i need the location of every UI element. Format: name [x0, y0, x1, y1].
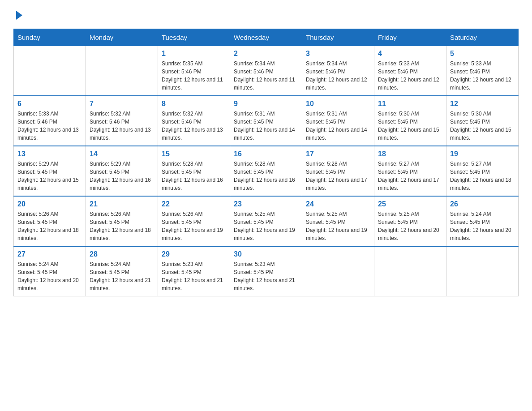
- calendar-cell: 12Sunrise: 5:30 AM Sunset: 5:45 PM Dayli…: [446, 96, 519, 146]
- day-number: 15: [162, 150, 226, 158]
- calendar-cell: 9Sunrise: 5:31 AM Sunset: 5:45 PM Daylig…: [230, 96, 302, 146]
- day-number: 27: [17, 250, 82, 258]
- day-info: Sunrise: 5:31 AM Sunset: 5:45 PM Dayligh…: [306, 110, 370, 142]
- day-number: 9: [234, 100, 298, 108]
- day-number: 26: [450, 200, 515, 208]
- logo: [13, 9, 22, 20]
- calendar-cell: 27Sunrise: 5:24 AM Sunset: 5:45 PM Dayli…: [14, 246, 86, 296]
- day-number: 29: [162, 250, 226, 258]
- calendar-cell: 23Sunrise: 5:25 AM Sunset: 5:45 PM Dayli…: [230, 196, 302, 246]
- calendar-cell: 10Sunrise: 5:31 AM Sunset: 5:45 PM Dayli…: [302, 96, 374, 146]
- day-info: Sunrise: 5:28 AM Sunset: 5:45 PM Dayligh…: [162, 160, 226, 192]
- day-number: 16: [234, 150, 298, 158]
- day-info: Sunrise: 5:31 AM Sunset: 5:45 PM Dayligh…: [234, 110, 298, 142]
- day-number: 20: [17, 200, 82, 208]
- day-info: Sunrise: 5:33 AM Sunset: 5:46 PM Dayligh…: [450, 60, 515, 92]
- calendar-cell: 14Sunrise: 5:29 AM Sunset: 5:45 PM Dayli…: [86, 146, 158, 196]
- calendar-cell: 1Sunrise: 5:35 AM Sunset: 5:46 PM Daylig…: [158, 46, 230, 96]
- day-info: Sunrise: 5:28 AM Sunset: 5:45 PM Dayligh…: [306, 160, 370, 192]
- day-info: Sunrise: 5:24 AM Sunset: 5:45 PM Dayligh…: [17, 260, 82, 292]
- day-number: 14: [90, 150, 154, 158]
- calendar-cell: 7Sunrise: 5:32 AM Sunset: 5:46 PM Daylig…: [86, 96, 158, 146]
- day-info: Sunrise: 5:27 AM Sunset: 5:45 PM Dayligh…: [378, 160, 442, 192]
- day-number: 7: [90, 100, 154, 108]
- day-info: Sunrise: 5:26 AM Sunset: 5:45 PM Dayligh…: [162, 210, 226, 242]
- header-thursday: Thursday: [302, 29, 374, 46]
- day-number: 6: [17, 100, 82, 108]
- header-tuesday: Tuesday: [158, 29, 230, 46]
- day-info: Sunrise: 5:26 AM Sunset: 5:45 PM Dayligh…: [90, 210, 154, 242]
- week-row-2: 6Sunrise: 5:33 AM Sunset: 5:46 PM Daylig…: [14, 96, 519, 146]
- calendar-cell: 29Sunrise: 5:23 AM Sunset: 5:45 PM Dayli…: [158, 246, 230, 296]
- calendar-cell: 22Sunrise: 5:26 AM Sunset: 5:45 PM Dayli…: [158, 196, 230, 246]
- day-info: Sunrise: 5:34 AM Sunset: 5:46 PM Dayligh…: [234, 60, 298, 92]
- calendar-cell: 30Sunrise: 5:23 AM Sunset: 5:45 PM Dayli…: [230, 246, 302, 296]
- day-number: 25: [378, 200, 442, 208]
- day-number: 28: [90, 250, 154, 258]
- day-number: 13: [17, 150, 82, 158]
- day-number: 19: [450, 150, 515, 158]
- day-number: 2: [234, 50, 298, 58]
- calendar-cell: 19Sunrise: 5:27 AM Sunset: 5:45 PM Dayli…: [446, 146, 519, 196]
- day-info: Sunrise: 5:30 AM Sunset: 5:45 PM Dayligh…: [450, 110, 515, 142]
- calendar-cell: 18Sunrise: 5:27 AM Sunset: 5:45 PM Dayli…: [374, 146, 446, 196]
- calendar-cell: 21Sunrise: 5:26 AM Sunset: 5:45 PM Dayli…: [86, 196, 158, 246]
- day-number: 18: [378, 150, 442, 158]
- calendar-cell: 20Sunrise: 5:26 AM Sunset: 5:45 PM Dayli…: [14, 196, 86, 246]
- day-info: Sunrise: 5:24 AM Sunset: 5:45 PM Dayligh…: [90, 260, 154, 292]
- calendar-cell: [86, 46, 158, 96]
- day-info: Sunrise: 5:23 AM Sunset: 5:45 PM Dayligh…: [234, 260, 298, 292]
- calendar-cell: 3Sunrise: 5:34 AM Sunset: 5:46 PM Daylig…: [302, 46, 374, 96]
- day-number: 12: [450, 100, 515, 108]
- header-monday: Monday: [86, 29, 158, 46]
- week-row-4: 20Sunrise: 5:26 AM Sunset: 5:45 PM Dayli…: [14, 196, 519, 246]
- logo-arrow-icon: [16, 11, 22, 20]
- calendar-cell: 2Sunrise: 5:34 AM Sunset: 5:46 PM Daylig…: [230, 46, 302, 96]
- calendar-cell: 4Sunrise: 5:33 AM Sunset: 5:46 PM Daylig…: [374, 46, 446, 96]
- day-info: Sunrise: 5:23 AM Sunset: 5:45 PM Dayligh…: [162, 260, 226, 292]
- week-row-1: 1Sunrise: 5:35 AM Sunset: 5:46 PM Daylig…: [14, 46, 519, 96]
- day-number: 4: [378, 50, 442, 58]
- header-wednesday: Wednesday: [230, 29, 302, 46]
- calendar-cell: 6Sunrise: 5:33 AM Sunset: 5:46 PM Daylig…: [14, 96, 86, 146]
- day-number: 21: [90, 200, 154, 208]
- calendar-cell: 25Sunrise: 5:25 AM Sunset: 5:45 PM Dayli…: [374, 196, 446, 246]
- day-info: Sunrise: 5:32 AM Sunset: 5:46 PM Dayligh…: [162, 110, 226, 142]
- calendar-cell: [14, 46, 86, 96]
- calendar-cell: 13Sunrise: 5:29 AM Sunset: 5:45 PM Dayli…: [14, 146, 86, 196]
- calendar-cell: 28Sunrise: 5:24 AM Sunset: 5:45 PM Dayli…: [86, 246, 158, 296]
- calendar-cell: 8Sunrise: 5:32 AM Sunset: 5:46 PM Daylig…: [158, 96, 230, 146]
- calendar-cell: [302, 246, 374, 296]
- day-info: Sunrise: 5:35 AM Sunset: 5:46 PM Dayligh…: [162, 60, 226, 92]
- calendar-cell: 26Sunrise: 5:24 AM Sunset: 5:45 PM Dayli…: [446, 196, 519, 246]
- day-info: Sunrise: 5:25 AM Sunset: 5:45 PM Dayligh…: [306, 210, 370, 242]
- calendar-header-row: Sunday Monday Tuesday Wednesday Thursday…: [14, 29, 519, 46]
- week-row-3: 13Sunrise: 5:29 AM Sunset: 5:45 PM Dayli…: [14, 146, 519, 196]
- calendar-cell: [446, 246, 519, 296]
- day-info: Sunrise: 5:29 AM Sunset: 5:45 PM Dayligh…: [90, 160, 154, 192]
- day-info: Sunrise: 5:24 AM Sunset: 5:45 PM Dayligh…: [450, 210, 515, 242]
- day-info: Sunrise: 5:25 AM Sunset: 5:45 PM Dayligh…: [378, 210, 442, 242]
- header-sunday: Sunday: [14, 29, 86, 46]
- day-info: Sunrise: 5:26 AM Sunset: 5:45 PM Dayligh…: [17, 210, 82, 242]
- day-number: 24: [306, 200, 370, 208]
- day-number: 23: [234, 200, 298, 208]
- calendar-table: Sunday Monday Tuesday Wednesday Thursday…: [13, 29, 519, 296]
- calendar-cell: 17Sunrise: 5:28 AM Sunset: 5:45 PM Dayli…: [302, 146, 374, 196]
- calendar-cell: 24Sunrise: 5:25 AM Sunset: 5:45 PM Dayli…: [302, 196, 374, 246]
- day-info: Sunrise: 5:28 AM Sunset: 5:45 PM Dayligh…: [234, 160, 298, 192]
- day-info: Sunrise: 5:34 AM Sunset: 5:46 PM Dayligh…: [306, 60, 370, 92]
- day-number: 3: [306, 50, 370, 58]
- day-info: Sunrise: 5:25 AM Sunset: 5:45 PM Dayligh…: [234, 210, 298, 242]
- day-info: Sunrise: 5:29 AM Sunset: 5:45 PM Dayligh…: [17, 160, 82, 192]
- day-number: 30: [234, 250, 298, 258]
- day-number: 17: [306, 150, 370, 158]
- day-info: Sunrise: 5:32 AM Sunset: 5:46 PM Dayligh…: [90, 110, 154, 142]
- day-info: Sunrise: 5:27 AM Sunset: 5:45 PM Dayligh…: [450, 160, 515, 192]
- page-header: [13, 9, 519, 20]
- day-number: 10: [306, 100, 370, 108]
- week-row-5: 27Sunrise: 5:24 AM Sunset: 5:45 PM Dayli…: [14, 246, 519, 296]
- day-info: Sunrise: 5:33 AM Sunset: 5:46 PM Dayligh…: [17, 110, 82, 142]
- day-info: Sunrise: 5:30 AM Sunset: 5:45 PM Dayligh…: [378, 110, 442, 142]
- day-number: 8: [162, 100, 226, 108]
